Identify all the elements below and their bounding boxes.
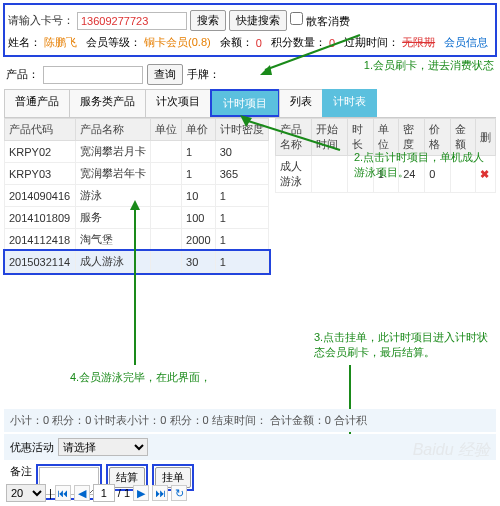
- tab-5[interactable]: 计时表: [322, 89, 377, 117]
- totals-bar: 小计：0 积分：0 计时表小计：0 积分：0 结束时间： 合计金额：0 合计积: [4, 409, 496, 432]
- next-page-button[interactable]: ▶: [133, 485, 149, 501]
- card-input[interactable]: [77, 12, 187, 30]
- col-header: 开始时间: [312, 119, 348, 156]
- tab-1[interactable]: 服务类产品: [69, 89, 146, 117]
- page-size-select[interactable]: 20: [6, 484, 46, 502]
- table-row[interactable]: KRPY03宽润攀岩年卡1365: [5, 163, 269, 185]
- col-header: 单价: [182, 119, 216, 141]
- balance-label: 余额：: [220, 35, 253, 50]
- name-label: 姓名：: [8, 35, 41, 50]
- product-input[interactable]: [43, 66, 143, 84]
- tab-0[interactable]: 普通产品: [4, 89, 70, 117]
- sanke-checkbox[interactable]: 散客消费: [290, 12, 350, 29]
- search-button[interactable]: 搜索: [190, 10, 226, 31]
- annotation-3: 3.点击挂单，此计时项目进入计时状态会员刷卡，最后结算。: [314, 330, 494, 360]
- tab-2[interactable]: 计次项目: [145, 89, 211, 117]
- member-info-link[interactable]: 会员信息: [444, 35, 488, 50]
- col-header: 计时密度: [215, 119, 268, 141]
- expire-label: 过期时间：: [344, 35, 399, 50]
- page-total: / 1: [118, 487, 130, 499]
- table-row[interactable]: 2014090416游泳101: [5, 185, 269, 207]
- prev-page-button[interactable]: ◀: [74, 485, 90, 501]
- col-header: 产品代码: [5, 119, 76, 141]
- tab-3[interactable]: 计时项目: [212, 91, 278, 115]
- annotation-2: 2.点击计时项目，单机成人游泳项目。: [354, 150, 494, 180]
- name-value: 陈鹏飞: [44, 35, 77, 50]
- col-header: 产品名称: [276, 119, 312, 156]
- pager: 20 | ⏮ ◀ / 1 ▶ ⏭ ↻: [4, 482, 189, 504]
- col-header: 单位: [150, 119, 181, 141]
- hand-label: 手牌：: [187, 67, 220, 82]
- level-label: 会员等级：: [86, 35, 141, 50]
- product-label: 产品：: [6, 67, 39, 82]
- remark-label: 备注: [10, 464, 32, 479]
- tab-4[interactable]: 列表: [279, 89, 323, 117]
- table-row[interactable]: 2014112418淘气堡20001: [5, 229, 269, 251]
- activity-label: 优惠活动: [10, 440, 54, 455]
- query-button[interactable]: 查询: [147, 64, 183, 85]
- table-row[interactable]: 2014101809服务1001: [5, 207, 269, 229]
- col-header: 产品名称: [75, 119, 150, 141]
- annotation-1: 1.会员刷卡，进去消费状态: [364, 58, 494, 73]
- first-page-button[interactable]: ⏮: [55, 485, 71, 501]
- page-input[interactable]: [93, 484, 115, 502]
- table-row[interactable]: 2015032114成人游泳301: [5, 251, 269, 273]
- activity-select[interactable]: 请选择: [58, 438, 148, 456]
- table-row[interactable]: KRPY02宽润攀岩月卡130: [5, 141, 269, 163]
- annotation-4: 4.会员游泳完毕，在此界面，: [70, 370, 211, 385]
- points-value: 0: [329, 37, 335, 49]
- watermark: Baidu 经验: [413, 440, 490, 461]
- expire-value: 无限期: [402, 35, 435, 50]
- last-page-button[interactable]: ⏭: [152, 485, 168, 501]
- refresh-button[interactable]: ↻: [171, 485, 187, 501]
- balance-value: 0: [256, 37, 262, 49]
- card-label: 请输入卡号：: [8, 13, 74, 28]
- level-value: 铜卡会员(0.8): [144, 35, 211, 50]
- points-label: 积分数量：: [271, 35, 326, 50]
- quick-search-button[interactable]: 快捷搜索: [229, 10, 287, 31]
